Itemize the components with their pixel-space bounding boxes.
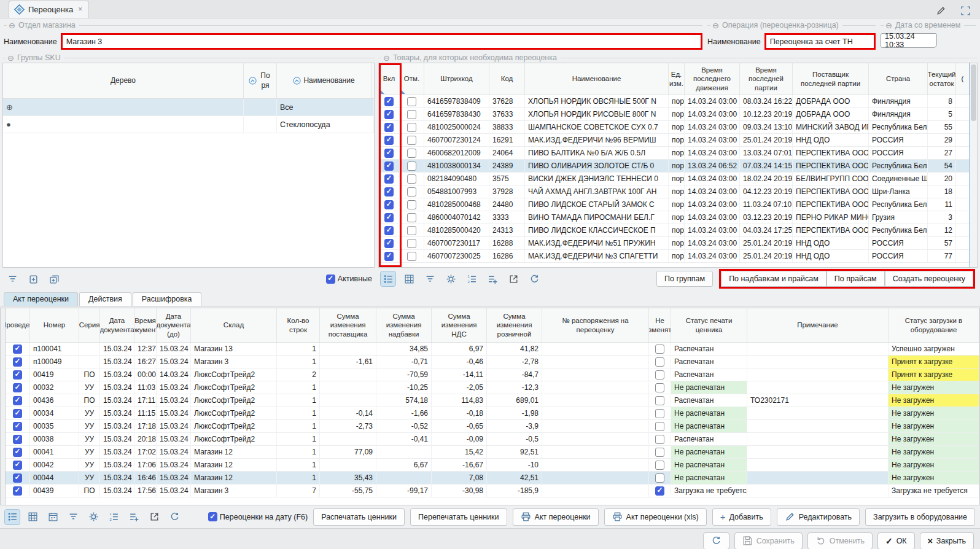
act-row[interactable]: 00042УУ15.03.2417:0615.03.24Магазин 1216… [6,459,979,472]
marked-checkbox[interactable] [407,174,416,184]
product-row[interactable]: 48600040701423333ВИНО ТАМАДА ПИРОСМАНИ Б… [379,211,970,224]
product-row[interactable]: 460700723011716288МАК.ИЗД.ФЕДЕРИЧИ №51 П… [379,237,970,250]
column-header-4[interactable]: Время документа [134,308,157,342]
collapse-icon[interactable]: ⊖ [885,21,892,30]
ok-button[interactable]: ✓ ОК [877,532,915,549]
marked-checkbox[interactable] [407,162,416,171]
products-scrollbar[interactable] [970,63,978,268]
cancel-button[interactable]: Отменить [807,532,873,549]
include-checkbox[interactable] [384,149,394,158]
collapse-icon[interactable]: ⊖ [712,21,719,30]
act-row[interactable]: 00041УУ15.03.2417:0215.03.24Магазин 1217… [6,446,979,459]
column-header-0[interactable]: Дерево [3,63,244,98]
marked-checkbox[interactable] [407,110,416,119]
act-row[interactable]: 00032УУ15.03.2411:0315.03.24ЛюксСофтТрей… [6,381,979,394]
column-header-13[interactable]: Не изменять [649,308,671,342]
tab-actions[interactable]: Действия [79,292,131,306]
column-header-1[interactable]: Отм. [400,63,424,95]
grid-view-icon[interactable] [25,510,40,524]
open-external-icon[interactable] [506,271,521,286]
include-checkbox[interactable] [384,226,394,235]
no-change-checkbox[interactable] [655,448,664,457]
marked-checkbox[interactable] [407,226,416,235]
edit-pencil-icon[interactable] [933,3,948,18]
column-header-5[interactable]: Дата документа (до) [157,308,191,342]
add-button[interactable]: + Добавить [712,508,771,526]
column-header-6[interactable]: Склад [191,308,277,342]
done-checkbox[interactable] [13,486,22,496]
marked-checkbox[interactable] [407,149,416,158]
product-row[interactable]: 481028500046824480ПИВО ЛИДСКОЕ СТАРЫЙ ЗА… [379,198,970,211]
column-header-12[interactable]: № распоряжения на переоценку [542,308,649,342]
calendar-icon[interactable] [45,510,60,524]
done-checkbox[interactable] [13,396,22,405]
filter-icon[interactable] [5,271,20,286]
no-change-checkbox[interactable] [655,357,664,367]
done-checkbox[interactable] [13,383,22,392]
column-header-3[interactable]: Дата документа [100,308,134,342]
act-row[interactable]: 00436ПО15.03.2417:1115.03.24ЛюксСофтТрей… [6,394,979,407]
no-change-checkbox[interactable] [655,409,664,418]
include-checkbox[interactable] [384,174,394,184]
product-row[interactable]: 0821840904803575ВИСКИ ДЖЕК ДЭНИЭЛС ТЕННЕ… [379,173,970,185]
product-row[interactable]: 460700723012416291МАК.ИЗД.ФЕДЕРИЧИ №96 В… [379,134,970,147]
product-row[interactable]: 641659783840937628ХЛОПЬЯ НОРДИК ОВСЯНЫЕ … [379,95,970,108]
column-header-4[interactable]: Наименование [525,63,669,95]
done-checkbox[interactable] [13,409,22,418]
act-report-button[interactable]: Акт переоценки [513,508,599,526]
filter-icon[interactable] [422,271,437,286]
marked-checkbox[interactable] [407,252,416,261]
product-row[interactable]: 05488100799337928ЧАЙ АХМАД АНГЛ.ЗАВТРАК … [379,185,970,198]
marked-checkbox[interactable] [407,200,416,209]
by-markup-prices-button[interactable]: По надбавкам и прайсам [721,271,826,287]
column-header-9[interactable]: Сумма изменения надбавки [376,308,432,342]
column-header-15[interactable]: Примечание [747,308,889,342]
marked-checkbox[interactable] [407,213,416,222]
no-change-checkbox[interactable] [655,345,664,354]
dept-name-input[interactable]: Магазин 3 [61,33,702,50]
act-row[interactable]: 00038УУ15.03.2420:1815.03.24ЛюксСофтТрей… [6,433,979,446]
active-checkbox-group[interactable]: Активные [326,274,372,284]
product-row[interactable]: 460068201200924064ПИВО БАЛТИКА №0 Б/А Ж/… [379,147,970,160]
by-groups-button[interactable]: По группам [656,271,713,287]
active-checkbox[interactable] [326,274,335,284]
act-report-xls-button[interactable]: Акт переоценки (xls) [604,508,707,526]
filter-icon[interactable] [66,510,80,524]
close-button[interactable]: × Закрыть [920,532,974,549]
list-view-icon[interactable] [381,271,395,286]
act-row[interactable]: п10004115.03.2412:3715.03.24Магазин 1313… [6,343,979,356]
marked-checkbox[interactable] [407,123,416,132]
refresh-icon[interactable] [167,510,182,524]
tab-close-icon[interactable]: × [78,5,82,14]
done-checkbox[interactable] [13,370,22,380]
column-header-0[interactable]: Проведен [6,308,30,342]
product-row[interactable]: 481003800013424389ПИВО ОЛИВАРИЯ ЗОЛОТОЕ … [379,160,970,173]
no-change-checkbox[interactable] [655,473,664,483]
act-row[interactable]: 00439ПО15.03.2417:5615.03.24Магазин 37-5… [6,485,979,497]
refresh-button[interactable] [703,532,729,549]
product-row[interactable]: 641659783843037633ХЛОПЬЯ НОРДИК РИСОВЫЕ … [379,108,970,121]
include-checkbox[interactable] [384,110,394,119]
revaluations-on-date-checkbox-group[interactable]: Переоценки на дату (F6) [208,512,308,521]
act-row[interactable]: п10004915.03.2416:2715.03.24Магазин 31-1… [6,356,979,368]
fullscreen-icon[interactable] [958,3,973,18]
done-checkbox[interactable] [13,448,22,457]
expand-node-icon[interactable]: ⊕ [6,103,13,112]
column-header-3[interactable]: Код [489,63,525,95]
collapse-icon[interactable]: ⊖ [383,53,390,63]
column-header-1[interactable]: Поря [244,63,277,98]
done-checkbox[interactable] [13,473,22,483]
column-header-9[interactable]: Страна [869,63,928,95]
product-row[interactable]: 481028500042024313ПИВО ЛИДСКОЕ КЛАССИЧЕС… [379,224,970,237]
column-header-2[interactable]: Серия [79,308,100,342]
column-header-7[interactable]: Кол-во строк [277,308,320,342]
column-header-8[interactable]: Сумма изменения поставщика [320,308,376,342]
act-row[interactable]: 00044УУ15.03.2416:4615.03.24Магазин 1213… [6,472,979,485]
product-row[interactable]: 460700723002516286МАК.ИЗД.ФЕДЕРИЧИ №3 СП… [379,250,970,263]
no-change-checkbox[interactable] [655,422,664,431]
tab-revaluation-act[interactable]: Акт переоценки [4,292,78,306]
done-checkbox[interactable] [13,435,22,444]
no-change-checkbox[interactable] [655,383,664,392]
column-header-11[interactable]: ( [956,63,970,95]
no-change-checkbox[interactable] [655,461,664,470]
